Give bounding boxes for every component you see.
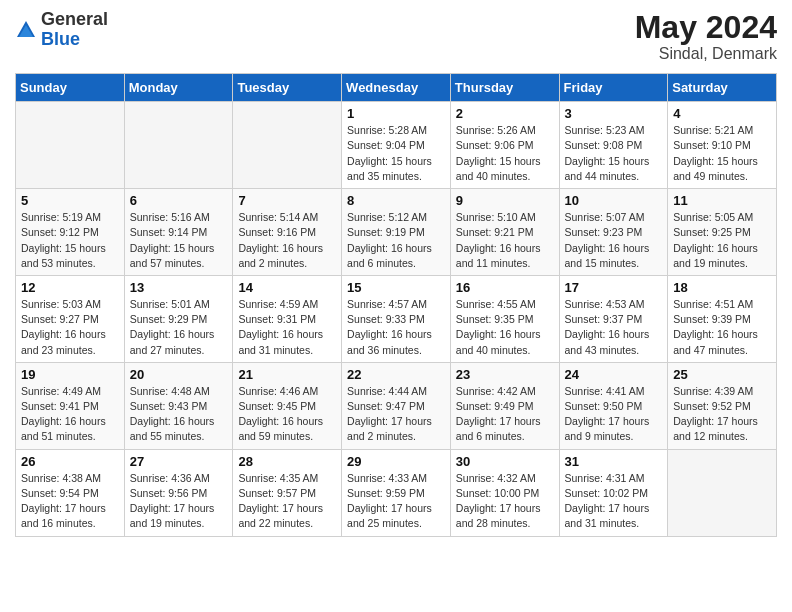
day-number: 21 bbox=[238, 367, 336, 382]
day-info-line: Sunset: 9:41 PM bbox=[21, 399, 119, 414]
calendar-week-row: 5Sunrise: 5:19 AMSunset: 9:12 PMDaylight… bbox=[16, 189, 777, 276]
day-number: 1 bbox=[347, 106, 445, 121]
day-info-line: Daylight: 16 hours bbox=[673, 241, 771, 256]
day-info-line: Daylight: 16 hours bbox=[347, 241, 445, 256]
day-info: Sunrise: 5:26 AMSunset: 9:06 PMDaylight:… bbox=[456, 123, 554, 184]
day-info-line: Sunrise: 5:23 AM bbox=[565, 123, 663, 138]
day-info: Sunrise: 4:35 AMSunset: 9:57 PMDaylight:… bbox=[238, 471, 336, 532]
day-info-line: Sunrise: 4:31 AM bbox=[565, 471, 663, 486]
day-info-line: and 19 minutes. bbox=[130, 516, 228, 531]
day-info-line: Sunrise: 5:19 AM bbox=[21, 210, 119, 225]
day-info-line: Sunset: 9:16 PM bbox=[238, 225, 336, 240]
day-info-line: Sunrise: 5:21 AM bbox=[673, 123, 771, 138]
logo-icon bbox=[15, 19, 37, 41]
day-info-line: Daylight: 16 hours bbox=[130, 414, 228, 429]
day-info-line: Sunset: 9:06 PM bbox=[456, 138, 554, 153]
day-info-line: Daylight: 16 hours bbox=[673, 327, 771, 342]
day-info-line: and 40 minutes. bbox=[456, 343, 554, 358]
day-info-line: Sunrise: 4:42 AM bbox=[456, 384, 554, 399]
day-info: Sunrise: 4:36 AMSunset: 9:56 PMDaylight:… bbox=[130, 471, 228, 532]
day-info-line: and 40 minutes. bbox=[456, 169, 554, 184]
header: General Blue May 2024 Sindal, Denmark bbox=[15, 10, 777, 63]
day-info-line: Sunrise: 4:38 AM bbox=[21, 471, 119, 486]
day-info-line: Sunset: 9:50 PM bbox=[565, 399, 663, 414]
day-info: Sunrise: 5:12 AMSunset: 9:19 PMDaylight:… bbox=[347, 210, 445, 271]
day-number: 19 bbox=[21, 367, 119, 382]
day-number: 25 bbox=[673, 367, 771, 382]
day-info: Sunrise: 4:31 AMSunset: 10:02 PMDaylight… bbox=[565, 471, 663, 532]
day-number: 31 bbox=[565, 454, 663, 469]
table-row: 12Sunrise: 5:03 AMSunset: 9:27 PMDayligh… bbox=[16, 275, 125, 362]
day-info-line: Daylight: 17 hours bbox=[130, 501, 228, 516]
day-info-line: Sunset: 9:49 PM bbox=[456, 399, 554, 414]
day-info: Sunrise: 5:16 AMSunset: 9:14 PMDaylight:… bbox=[130, 210, 228, 271]
day-info: Sunrise: 4:51 AMSunset: 9:39 PMDaylight:… bbox=[673, 297, 771, 358]
day-info-line: Sunset: 9:08 PM bbox=[565, 138, 663, 153]
day-number: 11 bbox=[673, 193, 771, 208]
day-info: Sunrise: 5:07 AMSunset: 9:23 PMDaylight:… bbox=[565, 210, 663, 271]
day-info: Sunrise: 5:28 AMSunset: 9:04 PMDaylight:… bbox=[347, 123, 445, 184]
day-number: 7 bbox=[238, 193, 336, 208]
table-row: 20Sunrise: 4:48 AMSunset: 9:43 PMDayligh… bbox=[124, 362, 233, 449]
day-info-line: Daylight: 15 hours bbox=[456, 154, 554, 169]
day-info-line: Sunrise: 5:10 AM bbox=[456, 210, 554, 225]
table-row: 27Sunrise: 4:36 AMSunset: 9:56 PMDayligh… bbox=[124, 449, 233, 536]
table-row bbox=[668, 449, 777, 536]
day-info: Sunrise: 4:44 AMSunset: 9:47 PMDaylight:… bbox=[347, 384, 445, 445]
day-info-line: and 36 minutes. bbox=[347, 343, 445, 358]
day-info-line: and 31 minutes. bbox=[238, 343, 336, 358]
calendar-week-row: 26Sunrise: 4:38 AMSunset: 9:54 PMDayligh… bbox=[16, 449, 777, 536]
day-info-line: and 22 minutes. bbox=[238, 516, 336, 531]
day-number: 3 bbox=[565, 106, 663, 121]
day-info-line: and 31 minutes. bbox=[565, 516, 663, 531]
day-info-line: Sunrise: 4:57 AM bbox=[347, 297, 445, 312]
day-info: Sunrise: 4:42 AMSunset: 9:49 PMDaylight:… bbox=[456, 384, 554, 445]
table-row: 9Sunrise: 5:10 AMSunset: 9:21 PMDaylight… bbox=[450, 189, 559, 276]
table-row: 2Sunrise: 5:26 AMSunset: 9:06 PMDaylight… bbox=[450, 102, 559, 189]
day-info-line: Daylight: 16 hours bbox=[238, 414, 336, 429]
day-info-line: Sunrise: 5:07 AM bbox=[565, 210, 663, 225]
day-info-line: Sunset: 9:23 PM bbox=[565, 225, 663, 240]
day-info-line: Sunrise: 4:53 AM bbox=[565, 297, 663, 312]
day-info-line: Sunset: 9:14 PM bbox=[130, 225, 228, 240]
day-number: 6 bbox=[130, 193, 228, 208]
day-info-line: Sunrise: 4:49 AM bbox=[21, 384, 119, 399]
day-info-line: and 16 minutes. bbox=[21, 516, 119, 531]
table-row: 25Sunrise: 4:39 AMSunset: 9:52 PMDayligh… bbox=[668, 362, 777, 449]
day-info-line: Daylight: 17 hours bbox=[21, 501, 119, 516]
day-info: Sunrise: 4:53 AMSunset: 9:37 PMDaylight:… bbox=[565, 297, 663, 358]
day-number: 18 bbox=[673, 280, 771, 295]
table-row: 5Sunrise: 5:19 AMSunset: 9:12 PMDaylight… bbox=[16, 189, 125, 276]
day-info-line: Daylight: 15 hours bbox=[21, 241, 119, 256]
day-info-line: and 6 minutes. bbox=[456, 429, 554, 444]
day-number: 13 bbox=[130, 280, 228, 295]
page: General Blue May 2024 Sindal, Denmark Su… bbox=[0, 0, 792, 552]
day-info-line: Sunset: 9:47 PM bbox=[347, 399, 445, 414]
calendar-week-row: 12Sunrise: 5:03 AMSunset: 9:27 PMDayligh… bbox=[16, 275, 777, 362]
day-number: 17 bbox=[565, 280, 663, 295]
day-info-line: Sunrise: 4:46 AM bbox=[238, 384, 336, 399]
day-info-line: Daylight: 16 hours bbox=[238, 327, 336, 342]
day-info-line: Sunset: 9:57 PM bbox=[238, 486, 336, 501]
day-info-line: Daylight: 16 hours bbox=[21, 414, 119, 429]
table-row: 30Sunrise: 4:32 AMSunset: 10:00 PMDaylig… bbox=[450, 449, 559, 536]
day-info: Sunrise: 5:19 AMSunset: 9:12 PMDaylight:… bbox=[21, 210, 119, 271]
day-info-line: Sunrise: 4:36 AM bbox=[130, 471, 228, 486]
table-row bbox=[124, 102, 233, 189]
day-number: 8 bbox=[347, 193, 445, 208]
day-info: Sunrise: 4:38 AMSunset: 9:54 PMDaylight:… bbox=[21, 471, 119, 532]
calendar-table: Sunday Monday Tuesday Wednesday Thursday… bbox=[15, 73, 777, 536]
day-info-line: and 47 minutes. bbox=[673, 343, 771, 358]
day-info-line: and 6 minutes. bbox=[347, 256, 445, 271]
day-number: 24 bbox=[565, 367, 663, 382]
table-row: 31Sunrise: 4:31 AMSunset: 10:02 PMDaylig… bbox=[559, 449, 668, 536]
day-info-line: Daylight: 15 hours bbox=[673, 154, 771, 169]
day-info-line: Sunrise: 5:12 AM bbox=[347, 210, 445, 225]
day-number: 23 bbox=[456, 367, 554, 382]
day-info-line: and 25 minutes. bbox=[347, 516, 445, 531]
day-number: 26 bbox=[21, 454, 119, 469]
day-number: 5 bbox=[21, 193, 119, 208]
day-info-line: Daylight: 17 hours bbox=[347, 414, 445, 429]
table-row: 17Sunrise: 4:53 AMSunset: 9:37 PMDayligh… bbox=[559, 275, 668, 362]
day-info-line: Sunset: 9:43 PM bbox=[130, 399, 228, 414]
